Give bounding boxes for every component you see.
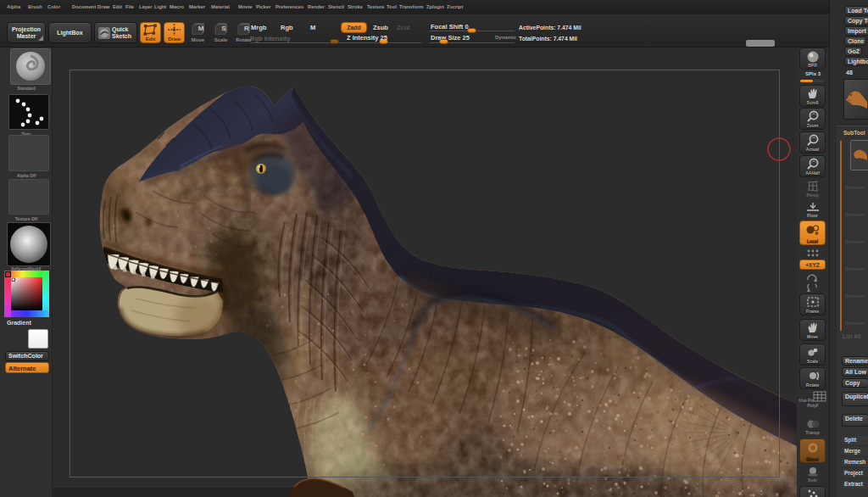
svg-text:M: M: [198, 25, 203, 32]
svg-text:R: R: [244, 25, 249, 32]
svg-text:S: S: [221, 25, 226, 32]
